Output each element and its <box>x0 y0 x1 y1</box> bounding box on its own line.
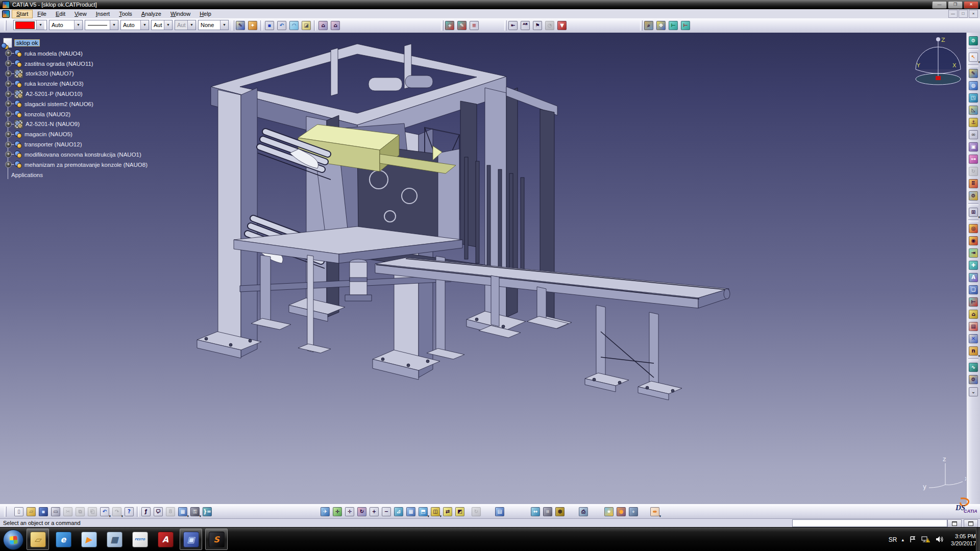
offset-constraint-icon[interactable]: ⇥ <box>967 247 979 259</box>
cut-icon[interactable]: ✂ <box>62 506 74 517</box>
mdi-minimize-button[interactable]: — <box>948 10 958 18</box>
point-symbol-select[interactable]: Aut ▼ <box>151 20 173 30</box>
paste-icon[interactable]: ⎗ <box>87 506 98 517</box>
exit-workbench-icon[interactable]: ⌂ <box>317 20 329 31</box>
mdi-restore-button[interactable]: □ <box>959 10 968 18</box>
tree-item[interactable]: + A2-5201-N (NAUO9) <box>2 119 148 130</box>
design-table-icon[interactable]: ▦ <box>177 506 188 517</box>
constraint-box-icon[interactable]: ▣ <box>967 141 979 153</box>
update-icon[interactable]: ↻ <box>967 165 979 178</box>
graph-edit-node-icon[interactable]: ✎ <box>456 20 468 31</box>
color-palette-icon[interactable]: ❖ <box>655 20 667 31</box>
menu-item[interactable]: View <box>70 10 91 18</box>
sketcher-icon[interactable]: ✎ <box>967 67 979 80</box>
expand-plus-icon[interactable]: + <box>5 141 12 148</box>
tree-item[interactable]: + mehanizam za premotavanje konzole (NAU… <box>2 160 148 170</box>
tree-item-label[interactable]: ruka modela (NAUO4) <box>24 51 83 57</box>
pan-icon[interactable]: ✛ <box>344 506 355 517</box>
menu-item[interactable]: Start <box>12 10 33 18</box>
expand-plus-icon[interactable]: + <box>5 111 12 117</box>
tree-root-item[interactable]: sklop ok <box>3 37 148 48</box>
save-icon[interactable]: ▪ <box>38 506 49 517</box>
tree-root-label[interactable]: sklop ok <box>14 39 40 46</box>
tree-applications-label[interactable]: Applications <box>11 172 43 178</box>
tree-item-label[interactable]: slagacki sistem2 (NAUO6) <box>24 101 93 107</box>
tree-item-label[interactable]: A2-5201-P (NAUO10) <box>26 91 83 97</box>
menu-item[interactable]: Analyze <box>137 10 166 18</box>
multi-view-icon[interactable]: ▦ <box>405 506 416 517</box>
clock[interactable]: 3:05 PM 3/20/2017 <box>951 533 976 547</box>
lock-icon[interactable]: ⚿ <box>189 506 201 517</box>
view-compass[interactable]: Z X Y <box>916 37 961 85</box>
tree-item-label[interactable]: zastitna ograda (NAUO11) <box>24 61 93 67</box>
zoom-out-icon[interactable]: − <box>381 506 392 517</box>
expand-plus-icon[interactable]: + <box>5 121 12 128</box>
workbench-assembly-icon[interactable]: ⚙ <box>967 35 979 47</box>
taskbar-app-acrobat[interactable]: A <box>154 529 177 550</box>
taskbar-app-calculator[interactable]: ▦ <box>103 529 126 550</box>
copy-icon[interactable]: ⧉ <box>75 506 86 517</box>
tree-item[interactable]: + konzola (NAUO2) <box>2 109 148 119</box>
manipulate-icon[interactable]: ◍ <box>967 80 979 92</box>
toolbar-grip[interactable] <box>4 20 7 31</box>
knowledge-icon[interactable]: }= <box>202 506 213 517</box>
layer-select[interactable]: Auto ▼ <box>49 20 83 30</box>
redo-icon[interactable]: ↷ <box>111 506 122 517</box>
catalog-globe-icon[interactable]: ★ <box>603 506 615 517</box>
expand-plus-icon[interactable]: + <box>5 151 12 158</box>
connector-icon[interactable]: ⊶ <box>967 153 979 165</box>
box-delete-icon[interactable]: ✕ <box>967 333 979 345</box>
coincidence-constraint-icon[interactable]: ◎ <box>967 222 979 235</box>
frame-a-icon[interactable]: ⌂ <box>967 308 979 320</box>
layer-filter-select[interactable]: None ▼ <box>198 20 229 30</box>
anchor-fix-icon[interactable]: ⚓ <box>967 116 979 129</box>
print-icon[interactable]: ▭ <box>50 506 61 517</box>
render-sphere-icon[interactable]: ● <box>616 506 627 517</box>
mdi-close-button[interactable]: × <box>969 10 978 18</box>
tree-item[interactable]: + modifikovana osnovna konstrukcija (NAU… <box>2 149 148 160</box>
comment-icon[interactable]: 🗩 <box>153 506 164 517</box>
maximize-button[interactable]: ❒ <box>948 1 963 9</box>
expand-plus-icon[interactable]: + <box>5 101 12 107</box>
minimize-button[interactable]: — <box>932 1 947 9</box>
menu-item[interactable]: Window <box>166 10 195 18</box>
component-icon[interactable] <box>14 161 22 168</box>
structure-tree-icon[interactable]: ⊢ <box>668 20 679 31</box>
point-icon[interactable]: ▪ <box>264 20 275 31</box>
eraser-icon[interactable]: ◪ <box>301 20 312 31</box>
annotation-a-icon[interactable]: A <box>967 271 979 284</box>
expand-plus-icon[interactable]: + <box>5 50 12 57</box>
tree-select-icon[interactable]: ⊞ <box>967 206 979 218</box>
swap-space-alt-icon[interactable]: ◩ <box>454 506 465 517</box>
expand-plus-icon[interactable]: + <box>5 91 12 97</box>
3d-viewport[interactable]: Z X Y z x y sklop ok <box>0 33 980 504</box>
measure-inertia-icon[interactable]: ⬢ <box>554 506 566 517</box>
attach-icon[interactable]: ∞ <box>967 129 979 141</box>
tree-item-label[interactable]: magacin (NAUO5) <box>24 131 72 137</box>
new-document-icon[interactable]: ▯ <box>13 506 24 517</box>
graph-reorder-icon[interactable]: ⊢ <box>967 296 979 308</box>
whats-this-icon[interactable]: ? <box>124 506 135 517</box>
snap-icon[interactable]: ◺ <box>967 104 979 116</box>
measure-between-icon[interactable]: ↔ <box>530 506 541 517</box>
select-arrow-icon[interactable]: ↖ <box>967 51 979 63</box>
start-button[interactable] <box>3 530 23 550</box>
painter-icon[interactable]: ✎ <box>235 20 246 31</box>
component-icon[interactable] <box>14 90 23 98</box>
smart-move-icon[interactable]: ◳ <box>967 92 979 104</box>
close-button[interactable]: ✕ <box>964 1 978 9</box>
tree-item-label[interactable]: A2-5201-N (NAUO9) <box>26 121 80 127</box>
grid-snap-icon[interactable]: ⇹ <box>649 506 660 517</box>
menu-item[interactable]: Help <box>195 10 216 18</box>
component-icon[interactable] <box>14 100 22 108</box>
measure-item-icon[interactable]: ⌗ <box>542 506 553 517</box>
help-doc-button[interactable] <box>964 519 978 528</box>
gear-pair-icon[interactable]: ⚙ <box>967 373 979 386</box>
taskbar-app-explorer[interactable]: ▱ <box>27 529 49 550</box>
paste-components-icon[interactable]: ❏ <box>967 284 979 296</box>
graph-list-icon[interactable]: ≡ <box>469 20 480 31</box>
taskbar-app-festo[interactable]: FESTO <box>129 529 151 550</box>
swap-space-icon[interactable]: ⇄ <box>442 506 453 517</box>
gear-n-icon[interactable]: n <box>967 345 979 357</box>
tree-item-label[interactable]: stork330 (NAUO7) <box>26 70 74 77</box>
